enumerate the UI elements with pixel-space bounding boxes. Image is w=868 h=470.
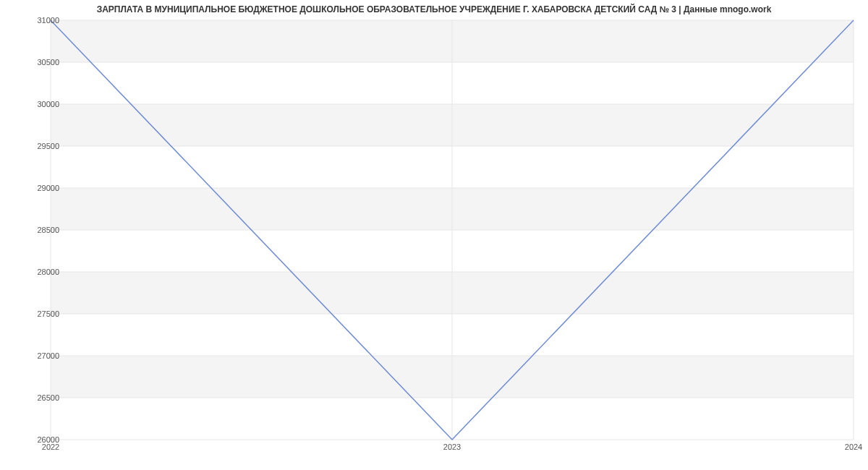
y-tick-label: 31000 bbox=[16, 16, 59, 25]
plot-area bbox=[51, 20, 854, 440]
chart-svg bbox=[51, 20, 854, 440]
y-tick-label: 27000 bbox=[16, 351, 59, 360]
y-tick-label: 30500 bbox=[16, 58, 59, 67]
salary-line-chart: ЗАРПЛАТА В МУНИЦИПАЛЬНОЕ БЮДЖЕТНОЕ ДОШКО… bbox=[0, 0, 868, 470]
y-tick-label: 28500 bbox=[16, 226, 59, 234]
y-tick-label: 30000 bbox=[16, 100, 59, 108]
y-tick-label: 27500 bbox=[16, 309, 59, 318]
y-tick-label: 29000 bbox=[16, 184, 59, 192]
y-tick-label: 26500 bbox=[16, 393, 59, 402]
y-tick-label: 29500 bbox=[16, 142, 59, 150]
x-tick-label: 2023 bbox=[443, 443, 461, 451]
chart-title: ЗАРПЛАТА В МУНИЦИПАЛЬНОЕ БЮДЖЕТНОЕ ДОШКО… bbox=[0, 4, 868, 14]
x-tick-label: 2022 bbox=[42, 443, 59, 451]
x-tick-label: 2024 bbox=[845, 443, 862, 451]
y-tick-label: 28000 bbox=[16, 268, 59, 276]
